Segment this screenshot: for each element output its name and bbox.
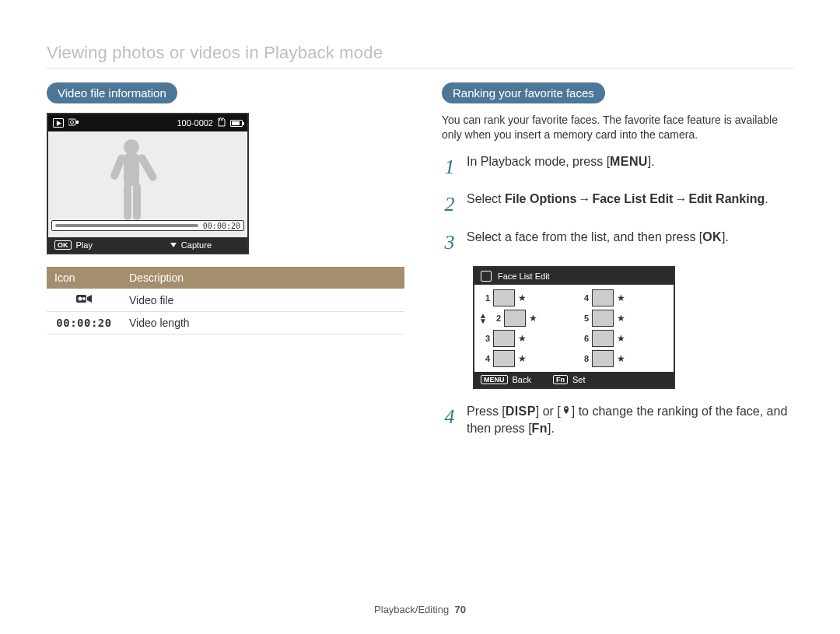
step4-text: Press [DISP] or [] to change the ranking…: [467, 403, 793, 438]
svg-marker-16: [87, 295, 92, 303]
svg-point-17: [565, 408, 567, 410]
back-label: Back: [513, 375, 531, 384]
svg-point-14: [79, 297, 82, 301]
down-triangle-icon: [170, 243, 177, 247]
play-label: Play: [76, 240, 93, 250]
ok-badge: OK: [54, 240, 72, 250]
step-number: 1: [442, 153, 457, 181]
face-thumb: [592, 350, 614, 367]
svg-rect-4: [219, 119, 220, 121]
progress-bar: 00:00:20: [51, 220, 244, 231]
menu-badge: MENU: [481, 375, 508, 384]
updown-icon: ▲▼: [479, 313, 487, 324]
timecode: 00:00:20: [56, 317, 111, 329]
macro-icon: [561, 403, 572, 414]
svg-rect-1: [68, 119, 75, 125]
facelist-title: Face List Edit: [498, 271, 550, 281]
rank-num: 4: [479, 354, 490, 363]
step-number: 2: [442, 191, 457, 219]
capture-label: Capture: [181, 240, 212, 250]
playback-icon: [53, 118, 64, 128]
battery-icon: [230, 120, 243, 127]
desc-video-length: Video length: [121, 312, 404, 335]
step3-text: Select a face from the list, and then pr…: [467, 229, 729, 257]
svg-point-15: [82, 297, 86, 300]
fn-badge: Fn: [553, 375, 568, 384]
face-thumb: [504, 310, 526, 327]
video-screenshot: 100-0002: [47, 113, 249, 254]
video-file-icon: [76, 293, 92, 304]
svg-point-2: [71, 121, 74, 124]
folder-file-number: 100-0002: [177, 118, 214, 128]
star-icon: ★: [518, 292, 527, 303]
star-icon: ★: [617, 313, 625, 324]
memory-card-icon: [218, 117, 226, 128]
step2-text: Select File Options→Face List Edit→Edit …: [467, 191, 768, 219]
star-icon: ★: [518, 353, 527, 364]
rank-num: 1: [479, 293, 490, 303]
desc-video-file: Video file: [121, 289, 404, 312]
star-icon: ★: [518, 333, 527, 344]
svg-rect-3: [76, 121, 79, 124]
rank-num: 4: [578, 293, 589, 303]
facelist-screenshot: Face List Edit 1★ 4★ ▲▼2★ 5★ 3★ 6★ 4★ 8★…: [473, 266, 675, 389]
svg-marker-0: [56, 121, 61, 126]
rank-num: 6: [578, 334, 589, 343]
icon-description-table: Icon Description Video file 00:00:20 Vid…: [47, 267, 404, 335]
svg-rect-12: [133, 183, 141, 220]
video-file-icon: [68, 118, 79, 128]
svg-point-7: [124, 139, 139, 155]
step-number: 4: [442, 403, 457, 438]
elapsed-time: 00:00:20: [203, 222, 240, 230]
step-number: 3: [442, 229, 457, 257]
rank-num: 3: [479, 334, 490, 343]
page-footer: Playback/Editing 70: [0, 604, 840, 615]
face-thumb: [493, 350, 515, 367]
rank-num: 5: [578, 313, 589, 323]
section-heading-video-info: Video file information: [47, 82, 177, 103]
breadcrumb: Viewing photos or videos in Playback mod…: [47, 43, 793, 63]
section-heading-ranking: Ranking your favorite faces: [442, 82, 605, 103]
face-thumb: [592, 310, 614, 327]
svg-rect-5: [221, 119, 222, 121]
svg-rect-6: [222, 119, 223, 121]
face-thumb: [493, 330, 515, 347]
set-label: Set: [572, 375, 586, 384]
rank-num: 2: [490, 313, 501, 323]
star-icon: ★: [529, 313, 537, 324]
svg-rect-11: [124, 183, 131, 220]
rank-num: 8: [578, 354, 589, 363]
star-icon: ★: [617, 292, 625, 303]
svg-rect-10: [137, 153, 159, 183]
face-thumb: [592, 330, 614, 347]
star-icon: ★: [617, 353, 625, 364]
step1-text: In Playback mode, press [MENU].: [467, 153, 655, 181]
face-detect-icon: [481, 271, 492, 282]
face-thumb: [493, 289, 515, 306]
star-icon: ★: [617, 333, 625, 344]
intro-text: You can rank your favorite faces. The fa…: [442, 113, 793, 142]
svg-rect-8: [124, 153, 139, 186]
divider: [47, 68, 793, 68]
col-description: Description: [121, 267, 404, 289]
face-thumb: [592, 289, 614, 306]
col-icon: Icon: [47, 267, 121, 289]
